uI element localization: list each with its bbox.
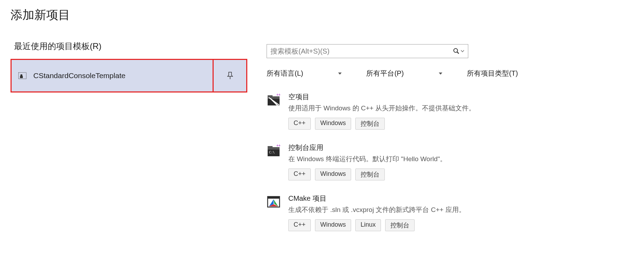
- pin-icon: [227, 72, 233, 80]
- language-filter-label: 所有语言(L): [267, 69, 303, 78]
- platform-filter-dropdown[interactable]: 所有平台(P): [366, 69, 442, 78]
- template-title: 控制台应用: [288, 143, 637, 152]
- chevron-down-icon: [338, 73, 342, 75]
- template-tag: 控制台: [355, 118, 385, 130]
- page-title: 添加新项目: [11, 7, 637, 23]
- chevron-down-icon: [439, 73, 442, 75]
- template-description: 使用适用于 Windows 的 C++ 从头开始操作。不提供基础文件。: [288, 104, 637, 113]
- empty-project-icon: ++: [267, 93, 281, 108]
- search-box: [267, 44, 468, 58]
- console-template-icon: [18, 71, 27, 80]
- recent-templates-heading: 最近使用的项目模板(R): [14, 41, 253, 52]
- template-tag: Windows: [315, 219, 351, 231]
- template-tag: Linux: [355, 219, 381, 231]
- cmake-icon: [267, 194, 281, 209]
- recent-template-name: CStandardConsoleTemplate: [33, 71, 126, 80]
- template-tag: Windows: [315, 169, 351, 180]
- svg-rect-7: [268, 95, 273, 97]
- svg-text:C:\: C:\: [269, 151, 275, 154]
- project-type-filter-label: 所有项目类型(T): [467, 69, 518, 77]
- template-tag: C++: [288, 219, 311, 231]
- template-tag: C++: [288, 118, 311, 130]
- template-tag: Windows: [315, 118, 351, 130]
- recent-template-item[interactable]: CStandardConsoleTemplate: [12, 60, 213, 91]
- svg-point-2: [20, 74, 22, 76]
- template-list: ++ 空项目 使用适用于 Windows 的 C++ 从头开始操作。不提供基础文…: [267, 92, 637, 231]
- pin-button[interactable]: [213, 60, 246, 91]
- template-tag: C++: [288, 169, 311, 180]
- template-item-console-app[interactable]: ++ C:\ 控制台应用 在 Windows 终端运行代码。默认打印 "Hell…: [267, 143, 637, 180]
- template-item-empty-project[interactable]: ++ 空项目 使用适用于 Windows 的 C++ 从头开始操作。不提供基础文…: [267, 92, 637, 130]
- recent-template-row: CStandardConsoleTemplate: [11, 59, 247, 92]
- svg-point-3: [454, 49, 458, 53]
- svg-text:++: ++: [276, 144, 281, 147]
- console-app-icon: ++ C:\: [267, 144, 281, 158]
- svg-rect-19: [268, 197, 280, 199]
- svg-rect-15: [268, 146, 273, 148]
- template-tag: 控制台: [355, 169, 385, 180]
- template-tag: 控制台: [385, 219, 415, 231]
- project-type-filter-dropdown[interactable]: 所有项目类型(T): [467, 69, 518, 78]
- template-title: 空项目: [288, 92, 637, 102]
- template-title: CMake 项目: [288, 194, 637, 203]
- search-input[interactable]: [270, 47, 452, 55]
- search-icon: [453, 48, 460, 55]
- template-description: 生成不依赖于 .sln 或 .vcxproj 文件的新式跨平台 C++ 应用。: [288, 205, 637, 214]
- search-button[interactable]: [452, 46, 464, 56]
- language-filter-dropdown[interactable]: 所有语言(L): [267, 69, 342, 78]
- chevron-down-icon: [461, 50, 464, 52]
- template-description: 在 Windows 终端运行代码。默认打印 "Hello World"。: [288, 155, 637, 164]
- template-item-cmake[interactable]: CMake 项目 生成不依赖于 .sln 或 .vcxproj 文件的新式跨平台…: [267, 194, 637, 231]
- platform-filter-label: 所有平台(P): [366, 69, 404, 78]
- svg-text:++: ++: [276, 93, 281, 97]
- svg-line-4: [457, 52, 459, 54]
